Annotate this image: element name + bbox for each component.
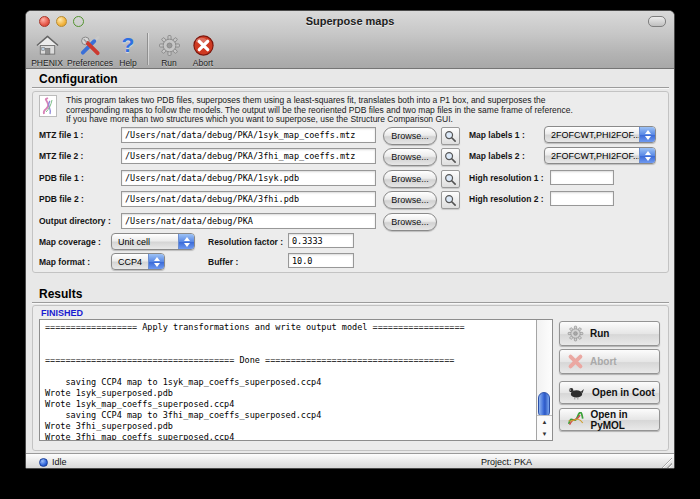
pdb-file-1-browse-button[interactable]: Browse... [383,170,437,188]
results-header: Results [39,287,82,301]
high-resolution-1-label: High resolution 1 : [469,173,544,183]
results-divider [32,302,669,303]
open-in-coot-button[interactable]: Open in Coot [559,381,660,404]
configuration-header: Configuration [39,72,118,86]
toolbar-preferences-label: Preferences [67,58,113,68]
pdb-file-1-inspect-button[interactable] [441,170,460,188]
scroll-up-arrow-icon[interactable]: ▲ [542,419,548,425]
pdb-file-2-label: PDB file 2 : [39,194,84,204]
pymol-button-label: Open in PyMOL [590,409,659,431]
mtz-file-1-browse-button[interactable]: Browse... [383,127,437,145]
pdb-file-1-input[interactable] [121,170,376,186]
high-resolution-2-label: High resolution 2 : [469,194,544,204]
toolbar: PHENIX Preferences ? [26,30,674,68]
status-bar: Idle Project: PKA [26,453,674,469]
pdb-file-2-input[interactable] [121,191,376,207]
coot-button-label: Open in Coot [592,387,655,398]
run-button-label: Run [590,328,609,339]
mtz-file-2-browse-button[interactable]: Browse... [383,148,437,166]
project-label: Project: PKA [481,457,532,467]
popup-arrows-icon [148,254,164,269]
console-text: ================== Apply transformations… [40,320,552,441]
mtz-file-1-inspect-button[interactable] [441,127,460,145]
abort-button[interactable]: Abort [559,349,660,374]
pdb-file-2-browse-button[interactable]: Browse... [383,191,437,209]
mtz-file-2-label: MTZ file 2 : [39,151,83,161]
toolbar-phenix-button[interactable]: PHENIX [28,30,66,68]
toolbar-run-button[interactable]: Run [153,30,185,68]
magnifier-icon [444,130,457,143]
high-resolution-1-input[interactable] [550,170,614,185]
app-window: Superpose maps PHENIX [25,10,675,469]
pdb-file-1-label: PDB file 1 : [39,173,84,183]
window-title: Superpose maps [26,15,674,27]
open-in-pymol-button[interactable]: Open in PyMOL [559,408,660,431]
ribbon-thumbnail-icon [39,95,57,117]
title-bar[interactable]: Superpose maps [26,11,674,30]
popup-arrows-icon [639,148,655,163]
map-labels-1-label: Map labels 1 : [469,130,525,140]
output-directory-label: Output directory : [39,216,111,226]
idle-indicator-icon [39,458,48,467]
toolbar-separator [147,33,148,65]
console-log[interactable]: ================== Apply transformations… [39,319,553,441]
popup-arrows-icon [178,234,194,249]
mtz-file-1-label: MTZ file 1 : [39,130,83,140]
toolbar-run-label: Run [161,58,177,68]
help-icon: ? [122,33,135,57]
map-labels-2-popup[interactable]: 2FOFCWT,PHI2FOF... [544,147,656,164]
gear-icon [158,33,181,57]
coot-bird-icon [567,386,586,400]
abort-icon [192,33,215,57]
tools-icon [78,33,102,57]
map-labels-2-label: Map labels 2 : [469,151,525,161]
mtz-file-2-inspect-button[interactable] [441,148,460,166]
toolbar-help-label: Help [119,58,136,68]
screen: Superpose maps PHENIX [0,0,700,499]
toolbar-toggle-button[interactable] [648,16,666,27]
window-chrome: Superpose maps PHENIX [26,11,674,69]
map-labels-1-value: 2FOFCWT,PHI2FOF... [551,130,641,140]
status-state: Idle [52,457,67,467]
toolbar-preferences-button[interactable]: Preferences [66,30,114,68]
map-format-value: CCP4 [118,257,142,267]
magnifier-icon [444,194,457,207]
mtz-file-2-input[interactable] [121,148,376,164]
map-labels-2-value: 2FOFCWT,PHI2FOF... [551,151,641,161]
resolution-factor-input[interactable] [288,233,354,248]
resize-grip[interactable] [659,456,672,469]
abort-x-icon [567,353,584,370]
toolbar-abort-button[interactable]: Abort [185,30,221,68]
output-directory-browse-button[interactable]: Browse... [383,213,437,231]
toolbar-phenix-label: PHENIX [31,58,63,68]
toolbar-help-button[interactable]: ? Help [114,30,142,68]
magnifier-icon [444,173,457,186]
run-button[interactable]: Run [559,321,660,346]
map-coverage-value: Unit cell [118,237,150,247]
program-description: This program takes two PDB files, superp… [66,96,573,125]
buffer-input[interactable] [288,253,354,268]
magnifier-icon [444,151,457,164]
output-directory-input[interactable] [121,213,376,229]
high-resolution-2-input[interactable] [550,191,614,206]
map-format-popup[interactable]: CCP4 [111,253,165,270]
map-labels-1-popup[interactable]: 2FOFCWT,PHI2FOF... [544,126,656,143]
mtz-file-1-input[interactable] [121,127,376,143]
pdb-file-2-inspect-button[interactable] [441,191,460,209]
pymol-ribbon-icon [567,412,584,427]
configuration-divider [32,87,669,88]
map-format-label: Map format : [39,257,90,267]
status-badge: FINISHED [41,308,83,318]
resolution-factor-label: Resolution factor : [208,237,283,247]
popup-arrows-icon [639,127,655,142]
map-coverage-popup[interactable]: Unit cell [111,233,195,250]
map-coverage-label: Map coverage : [39,237,101,247]
buffer-label: Buffer : [208,257,238,267]
abort-button-label: Abort [590,356,617,367]
console-scrollbar[interactable]: ▲ ▼ [536,320,552,440]
toolbar-abort-label: Abort [193,58,213,68]
scroll-down-arrow-icon[interactable]: ▼ [542,431,548,437]
gear-icon [567,325,584,342]
home-icon [35,33,60,57]
